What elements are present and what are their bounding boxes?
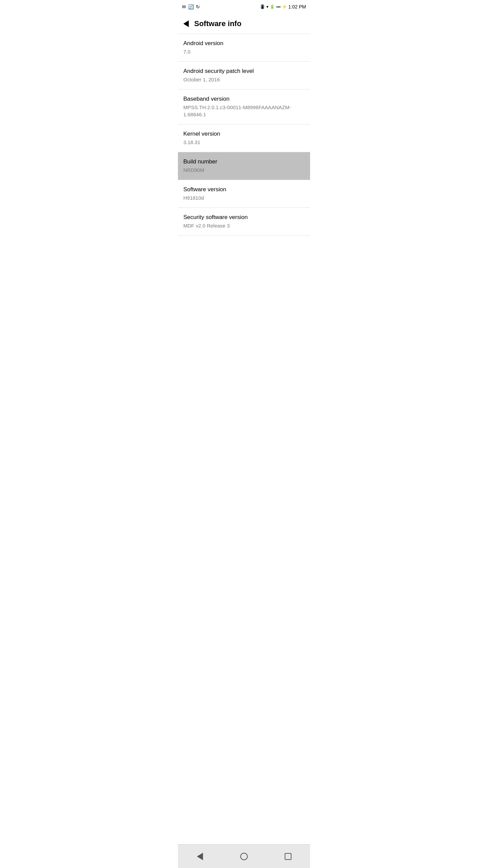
info-label-baseband-version: Baseband version: [183, 96, 305, 102]
info-content: Android version7.0Android security patch…: [178, 34, 310, 844]
info-label-android-version: Android version: [183, 40, 305, 47]
sync-icon-1: 🔄: [188, 4, 194, 9]
nav-back-button[interactable]: [193, 850, 207, 863]
vibrate-icon: 📳: [260, 4, 265, 9]
info-label-build-number: Build number: [183, 158, 305, 165]
info-item-security-patch: Android security patch levelOctober 1, 2…: [178, 62, 310, 90]
info-value-security-patch: October 1, 2016: [183, 76, 305, 83]
info-value-kernel-version: 3.18.31: [183, 139, 305, 146]
signal-icon: ▪▪▪: [276, 4, 281, 9]
nav-recents-button[interactable]: [281, 850, 295, 863]
nav-home-icon: [240, 853, 248, 860]
nav-bar: [178, 844, 310, 868]
nav-home-button[interactable]: [237, 850, 251, 863]
info-item-android-version: Android version7.0: [178, 34, 310, 62]
app-bar: Software info: [178, 14, 310, 34]
status-bar: ✉ 🔄 ↻ 📳 ▾ 🔋 ▪▪▪ ⚡ 1:02 PM: [178, 0, 310, 14]
info-value-software-version: H91810d: [183, 194, 305, 201]
status-time: 1:02 PM: [288, 4, 306, 9]
nav-recents-icon: [285, 853, 291, 860]
info-label-security-patch: Android security patch level: [183, 68, 305, 75]
status-bar-right: 📳 ▾ 🔋 ▪▪▪ ⚡ 1:02 PM: [260, 4, 306, 9]
info-item-security-software-version: Security software versionMDF v2.0 Releas…: [178, 208, 310, 236]
info-label-software-version: Software version: [183, 186, 305, 193]
info-item-kernel-version: Kernel version3.18.31: [178, 124, 310, 152]
page-title: Software info: [194, 19, 241, 28]
info-value-baseband-version: MPSS.TH.2.0.1.c3-00011-M8996FAAAANAZM-1.…: [183, 104, 305, 118]
info-label-kernel-version: Kernel version: [183, 131, 305, 137]
back-arrow-icon: [183, 20, 189, 27]
info-value-android-version: 7.0: [183, 48, 305, 55]
info-label-security-software-version: Security software version: [183, 214, 305, 221]
info-item-baseband-version: Baseband versionMPSS.TH.2.0.1.c3-00011-M…: [178, 90, 310, 124]
mail-icon: ✉: [182, 4, 186, 9]
info-value-build-number: NRD90M: [183, 166, 305, 174]
back-button[interactable]: [183, 20, 189, 27]
battery-icon: 🔋: [270, 4, 275, 9]
info-item-build-number[interactable]: Build numberNRD90M: [178, 152, 310, 180]
info-value-security-software-version: MDF v2.0 Release 3: [183, 222, 305, 229]
sync-icon-2: ↻: [196, 4, 200, 9]
nav-back-icon: [197, 853, 203, 860]
info-item-software-version: Software versionH91810d: [178, 180, 310, 208]
charging-icon: ⚡: [282, 4, 287, 9]
wifi-icon: ▾: [266, 4, 268, 9]
status-bar-left: ✉ 🔄 ↻: [182, 4, 200, 9]
